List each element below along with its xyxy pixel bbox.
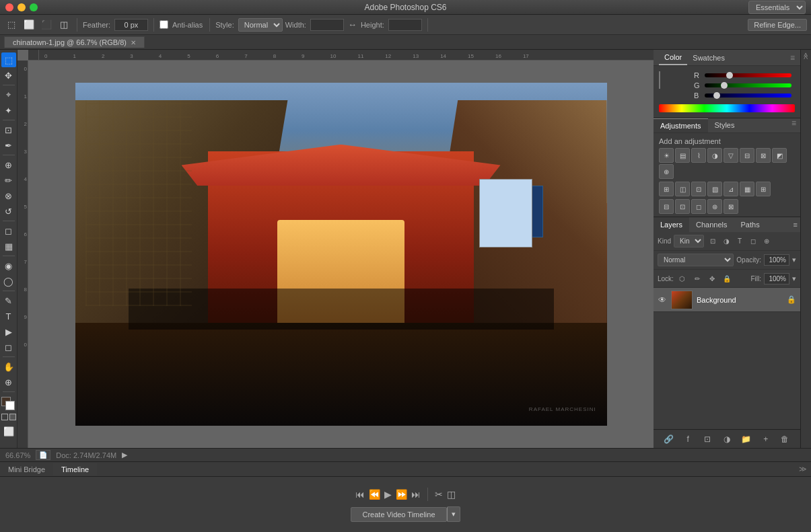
tool-history-brush[interactable]: ↺ xyxy=(1,204,16,219)
height-input[interactable] xyxy=(388,19,422,31)
color-panel-menu[interactable]: ≡ xyxy=(790,53,795,63)
adj-icon10[interactable]: ⊛ xyxy=(707,199,722,214)
go-end-btn[interactable]: ⏭ xyxy=(411,489,421,500)
channels-tab[interactable]: Channels xyxy=(689,217,734,232)
layers-panel-menu[interactable]: ≡ xyxy=(794,221,798,229)
create-video-timeline-btn[interactable]: Create Video Timeline xyxy=(351,507,446,522)
minimize-button[interactable] xyxy=(17,3,26,11)
opacity-arrow[interactable]: ▾ xyxy=(792,256,796,264)
lock-position-btn[interactable]: ✥ xyxy=(706,272,718,284)
adj-selectivecolor[interactable]: ⊞ xyxy=(756,182,771,196)
tool-screen-mode[interactable]: ⬜ xyxy=(1,424,16,439)
red-slider[interactable] xyxy=(705,73,791,77)
adj-levels[interactable]: ▤ xyxy=(675,148,690,163)
layer-background[interactable]: 👁 Background 🔒 xyxy=(654,288,800,312)
adj-panel-menu[interactable]: ≡ xyxy=(791,118,800,132)
adj-hsl[interactable]: ⊟ xyxy=(740,148,754,163)
fill-arrow[interactable]: ▾ xyxy=(792,274,796,283)
adj-icon9[interactable]: ◻ xyxy=(691,199,706,214)
filter-smartobject-icon[interactable]: ⊕ xyxy=(761,235,773,248)
blue-slider[interactable] xyxy=(705,93,791,98)
tool-marquee[interactable]: ⬚ xyxy=(1,52,16,67)
tool-pen[interactable]: ✎ xyxy=(1,293,16,308)
styles-tab[interactable]: Styles xyxy=(708,118,742,132)
maximize-button[interactable] xyxy=(30,3,38,11)
adjustments-tab[interactable]: Adjustments xyxy=(654,118,708,132)
layer-mask-btn[interactable]: ⊡ xyxy=(701,433,713,445)
tool-brush[interactable]: ✏ xyxy=(1,173,16,188)
quick-mask-mode[interactable] xyxy=(9,414,16,420)
lock-all-btn[interactable]: 🔒 xyxy=(721,272,733,284)
tool-shape[interactable]: ◻ xyxy=(1,340,16,354)
filter-type-icon[interactable]: T xyxy=(734,235,746,248)
color-swatch[interactable] xyxy=(659,71,660,89)
layer-visibility-toggle[interactable]: 👁 xyxy=(658,295,667,305)
layers-tab[interactable]: Layers xyxy=(654,217,689,232)
tool-zoom[interactable]: ⊕ xyxy=(1,375,16,389)
adj-brightness[interactable]: ☀ xyxy=(659,148,674,163)
tool-options-btn4[interactable]: ◫ xyxy=(57,17,71,32)
timeline-tab[interactable]: Timeline xyxy=(53,463,97,476)
lock-image-btn[interactable]: ✏ xyxy=(691,272,703,284)
mini-bridge-tab[interactable]: Mini Bridge xyxy=(0,463,53,476)
tool-magic-wand[interactable]: ✦ xyxy=(1,103,16,118)
new-layer-btn[interactable]: + xyxy=(760,433,772,445)
fg-bg-colors[interactable] xyxy=(1,397,16,412)
new-adj-layer-btn[interactable]: ◑ xyxy=(721,433,733,445)
filter-shape-icon[interactable]: ◻ xyxy=(747,235,759,248)
opacity-input[interactable] xyxy=(764,254,789,266)
next-frame-btn[interactable]: ⏩ xyxy=(396,489,407,500)
tool-type[interactable]: T xyxy=(1,309,16,324)
cut-btn[interactable]: ✂ xyxy=(435,489,443,500)
color-spectrum[interactable] xyxy=(659,104,795,112)
adj-exposure[interactable]: ◑ xyxy=(707,148,722,163)
adj-vibrance[interactable]: ▽ xyxy=(724,148,738,163)
adj-icon7[interactable]: ⊟ xyxy=(659,199,674,214)
tool-eraser[interactable]: ◻ xyxy=(1,223,16,238)
adj-colorlookup[interactable]: ◫ xyxy=(675,182,690,196)
tool-options-btn3[interactable]: ⬛ xyxy=(39,17,54,32)
close-button[interactable] xyxy=(5,3,13,11)
link-layers-btn[interactable]: 🔗 xyxy=(662,433,674,445)
prev-frame-btn[interactable]: ⏪ xyxy=(369,489,380,500)
essentials-dropdown[interactable]: Essentials xyxy=(748,1,806,14)
adj-channelmixer[interactable]: ⊞ xyxy=(659,182,674,196)
create-timeline-dropdown-btn[interactable]: ▾ xyxy=(447,506,460,522)
tool-options-btn2[interactable]: ⬜ xyxy=(22,17,36,32)
new-group-btn[interactable]: 📁 xyxy=(740,433,752,445)
background-color[interactable] xyxy=(5,401,15,410)
play-btn[interactable]: ▶ xyxy=(384,489,392,500)
adj-icon8[interactable]: ⊡ xyxy=(675,199,690,214)
tool-move[interactable]: ✥ xyxy=(1,68,16,83)
tool-healing[interactable]: ⊕ xyxy=(1,157,16,172)
delete-layer-btn[interactable]: 🗑 xyxy=(779,433,791,445)
doc-info-btn[interactable]: 📄 xyxy=(36,450,50,460)
blend-mode-select[interactable]: Normal xyxy=(658,254,734,266)
adj-photofilter[interactable]: ⊕ xyxy=(659,164,674,179)
collapse-btn[interactable]: ≪ xyxy=(802,52,810,59)
tool-options-marquee[interactable]: ⬚ xyxy=(4,17,19,32)
adj-curves[interactable]: ⌇ xyxy=(691,148,706,163)
filter-kind-select[interactable]: Kind xyxy=(674,235,704,248)
adj-bw[interactable]: ◩ xyxy=(772,148,787,163)
tool-path-selection[interactable]: ▶ xyxy=(1,324,16,339)
standard-mode[interactable] xyxy=(1,414,8,420)
tool-crop[interactable]: ⊡ xyxy=(1,122,16,137)
style-select[interactable]: Normal xyxy=(238,18,283,32)
color-tab[interactable]: Color xyxy=(659,50,687,65)
adj-posterize[interactable]: ▧ xyxy=(707,182,722,196)
fill-input[interactable] xyxy=(764,273,789,284)
tab-close-button[interactable]: ✕ xyxy=(131,39,136,46)
adj-colorbalance[interactable]: ⊠ xyxy=(756,148,771,163)
go-start-btn[interactable]: ⏮ xyxy=(355,489,365,500)
refine-edge-button[interactable]: Refine Edge... xyxy=(748,19,807,31)
workspace-select[interactable]: Essentials xyxy=(748,1,806,14)
lock-transparent-btn[interactable]: ⬡ xyxy=(676,272,689,284)
tool-hand[interactable]: ✋ xyxy=(1,359,16,374)
green-slider[interactable] xyxy=(705,83,791,87)
adj-gradient-map[interactable]: ▦ xyxy=(740,182,754,196)
bottom-panel-collapse[interactable]: ≫ xyxy=(799,465,807,473)
paths-tab[interactable]: Paths xyxy=(734,217,767,232)
width-input[interactable] xyxy=(310,19,344,31)
tool-stamp[interactable]: ⊗ xyxy=(1,188,16,203)
